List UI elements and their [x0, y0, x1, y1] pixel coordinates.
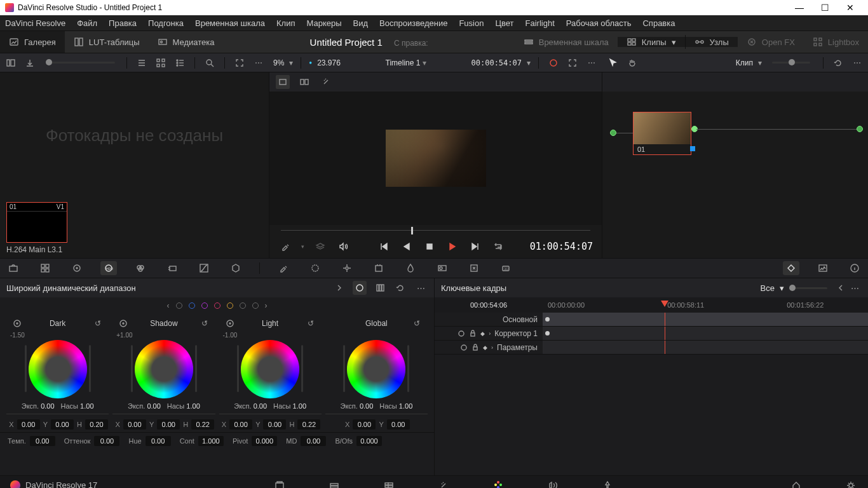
- hdr-icon[interactable]: HDR: [100, 261, 117, 275]
- menu-davinci[interactable]: DaVinci Resolve: [5, 18, 65, 28]
- collapse-right-icon[interactable]: [834, 281, 848, 295]
- search-icon[interactable]: [203, 56, 217, 70]
- lock-icon[interactable]: [471, 344, 479, 351]
- blur-icon[interactable]: [402, 261, 419, 275]
- menu-workspace[interactable]: Рабочая область: [566, 18, 632, 28]
- menu-playback[interactable]: Воспроизведение: [379, 18, 447, 28]
- keyframe-row-main[interactable]: Основной: [435, 313, 868, 327]
- node-graph-output[interactable]: [857, 126, 863, 132]
- color-wheel[interactable]: [347, 340, 405, 398]
- node-01[interactable]: 01: [633, 112, 691, 155]
- sizing-icon[interactable]: [466, 261, 482, 275]
- bofs-value[interactable]: 0.000: [356, 436, 382, 446]
- expand-panel-icon[interactable]: [332, 281, 346, 295]
- wheel-side-slider[interactable]: [301, 345, 303, 392]
- viewer-timecode[interactable]: 00:00:54:07: [471, 58, 522, 67]
- zone-dot[interactable]: [227, 302, 233, 309]
- bars-mode-icon[interactable]: [373, 281, 387, 295]
- color-wheel[interactable]: [241, 340, 299, 398]
- list2-icon[interactable]: [173, 56, 187, 70]
- chevron-down-icon[interactable]: ▾: [527, 58, 531, 67]
- prev-clip-icon[interactable]: [377, 240, 391, 254]
- rgb-mixer-icon[interactable]: [132, 261, 149, 275]
- tracker-icon[interactable]: [339, 261, 355, 275]
- wheel-h-value[interactable]: 0.20: [85, 419, 108, 430]
- chevron-right-icon[interactable]: ›: [491, 344, 493, 351]
- gallery-slider[interactable]: [46, 62, 115, 64]
- layers-icon[interactable]: [313, 240, 327, 254]
- reset-icon[interactable]: ↺: [198, 316, 212, 330]
- menu-help[interactable]: Справка: [642, 18, 675, 28]
- eye-icon[interactable]: [460, 344, 468, 351]
- viewer-video-area[interactable]: [269, 92, 602, 225]
- target-icon[interactable]: [10, 316, 24, 330]
- chevron-down-icon[interactable]: ▾: [758, 58, 762, 67]
- diamond-icon[interactable]: ◆: [480, 330, 485, 337]
- menu-clip[interactable]: Клип: [276, 18, 295, 28]
- expand-icon[interactable]: [233, 56, 247, 70]
- next-clip-icon[interactable]: [468, 240, 482, 254]
- picker-icon[interactable]: [278, 240, 292, 254]
- curves-icon[interactable]: [196, 261, 212, 275]
- pointer-tool-icon[interactable]: [606, 56, 620, 70]
- menu-edit[interactable]: Правка: [109, 18, 137, 28]
- wheel-side-slider[interactable]: [89, 345, 91, 392]
- single-viewer-icon[interactable]: [276, 75, 290, 89]
- hue-value[interactable]: 0.00: [146, 436, 171, 446]
- grid-icon[interactable]: [154, 56, 168, 70]
- viewer-scrubber[interactable]: [269, 225, 602, 235]
- menu-file[interactable]: Файл: [77, 18, 97, 28]
- zone-dot[interactable]: [176, 302, 182, 309]
- keyframes-filter[interactable]: Все: [761, 283, 775, 293]
- lock-icon[interactable]: [469, 330, 477, 337]
- hand-tool-icon[interactable]: [625, 56, 639, 70]
- wheel-side-slider[interactable]: [25, 345, 27, 392]
- contrast-value[interactable]: 1.000: [198, 436, 224, 446]
- chevron-down-icon[interactable]: ▾: [423, 58, 426, 67]
- nodes-toggle[interactable]: Узлы: [686, 37, 738, 47]
- zoom-value[interactable]: 9%: [273, 58, 284, 67]
- md-value[interactable]: 0.00: [301, 436, 326, 446]
- color-viewer-icon[interactable]: [546, 56, 560, 70]
- node-alpha-dot[interactable]: [690, 146, 695, 151]
- temp-value[interactable]: 0.00: [30, 436, 55, 446]
- eye-icon[interactable]: [458, 330, 465, 337]
- wheel-x-value[interactable]: 0.00: [17, 419, 40, 430]
- wheel-y-value[interactable]: 0.00: [51, 419, 74, 430]
- more-icon[interactable]: ⋯: [585, 56, 599, 70]
- chevron-down-icon[interactable]: ▾: [289, 58, 293, 67]
- zone-dot[interactable]: [189, 302, 195, 309]
- menu-fusion[interactable]: Fusion: [459, 18, 484, 28]
- wheel-side-slider[interactable]: [237, 345, 239, 392]
- reset-panel-icon[interactable]: [393, 281, 407, 295]
- audio-icon[interactable]: [336, 240, 350, 254]
- target-icon[interactable]: [223, 316, 237, 330]
- window-icon[interactable]: [307, 261, 323, 275]
- menu-color[interactable]: Цвет: [495, 18, 513, 28]
- qualifier-icon[interactable]: [275, 261, 292, 275]
- reset-icon[interactable]: ↺: [410, 316, 424, 330]
- keyframes-zoom-slider[interactable]: [789, 287, 827, 289]
- play-icon[interactable]: [445, 240, 459, 254]
- more-icon[interactable]: ⋯: [848, 281, 862, 295]
- reset-icon[interactable]: ↺: [91, 316, 105, 330]
- menu-trim[interactable]: Подгонка: [148, 18, 184, 28]
- zone-dot[interactable]: [214, 302, 220, 309]
- magic-mask-icon[interactable]: [370, 261, 387, 275]
- openfx-toggle[interactable]: Open FX: [738, 37, 804, 47]
- keyframes-palette-icon[interactable]: [783, 261, 799, 275]
- color-match-icon[interactable]: [37, 261, 53, 275]
- project-manager-icon[interactable]: [789, 478, 803, 489]
- playhead-icon[interactable]: [411, 227, 413, 234]
- import-still-icon[interactable]: [23, 56, 37, 70]
- color-wheel[interactable]: [135, 340, 193, 398]
- more-icon[interactable]: ⋯: [414, 281, 428, 295]
- 3d-icon[interactable]: 3D: [498, 261, 514, 275]
- keyframe-dot[interactable]: [545, 317, 550, 322]
- chevron-down-icon[interactable]: ▾: [301, 243, 304, 250]
- zone-dot[interactable]: [252, 302, 259, 309]
- more-icon[interactable]: ⋯: [850, 56, 864, 70]
- color-wheel[interactable]: [29, 340, 87, 398]
- node-graph-input[interactable]: [610, 130, 616, 136]
- gallery-toggle[interactable]: Галерея: [0, 31, 65, 53]
